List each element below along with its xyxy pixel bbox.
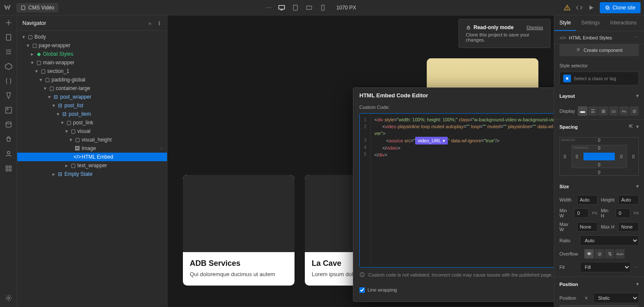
- display-inline-icon[interactable]: Aa: [619, 106, 629, 116]
- readonly-toast: Read-only mode Dismiss Clone this projec…: [459, 19, 550, 48]
- overflow-hidden-icon[interactable]: ⊘: [595, 249, 604, 259]
- info-icon: [359, 272, 365, 277]
- tree-empty-state[interactable]: ▸⊟Empty State: [17, 170, 167, 178]
- height-input[interactable]: [618, 195, 639, 205]
- field-chip[interactable]: video_URL▾: [415, 137, 448, 144]
- display-inline-block-icon[interactable]: ▭: [609, 106, 618, 116]
- layout-section[interactable]: Layout▾: [554, 89, 644, 103]
- toast-body: Clone this project to save your changes.: [466, 32, 543, 42]
- desktop-icon[interactable]: [278, 4, 285, 11]
- spacing-section[interactable]: Spacing⇱▾: [554, 120, 644, 134]
- svg-rect-21: [9, 166, 11, 168]
- viewport-size: 1070 PX: [337, 5, 356, 11]
- spacing-editor[interactable]: Margin Padding 0 0 0 0 0 0 0 0: [559, 137, 639, 176]
- svg-rect-25: [467, 27, 470, 30]
- page-selector[interactable]: CMS Vidéo: [16, 3, 58, 12]
- position-clear-icon[interactable]: ✕: [584, 295, 588, 301]
- ratio-row: Ratio Auto: [554, 234, 644, 247]
- spacing-edit-icon[interactable]: ⇱: [629, 124, 633, 129]
- position-select[interactable]: Static: [593, 293, 639, 303]
- tree-global-styles[interactable]: ▸◆Global Styles: [17, 50, 167, 58]
- tree-section-1[interactable]: ▾▢section_1: [17, 67, 167, 75]
- pin-icon[interactable]: [157, 21, 162, 26]
- nav-tree-icon[interactable]: [5, 48, 12, 56]
- code-icon[interactable]: [576, 4, 583, 11]
- display-grid-icon[interactable]: ⊞: [598, 106, 608, 116]
- overflow-visible-icon[interactable]: 👁: [584, 249, 594, 259]
- overflow-auto-icon[interactable]: Auto: [615, 249, 625, 259]
- display-block-icon[interactable]: ▬: [578, 106, 587, 116]
- warning-icon[interactable]: [564, 4, 571, 11]
- tree-padding-global[interactable]: ▾▢padding-global: [17, 75, 167, 84]
- tree-container-large[interactable]: ▾▢container-large: [17, 84, 167, 93]
- svg-rect-23: [9, 169, 11, 172]
- variables-icon[interactable]: [5, 77, 12, 85]
- size-min: Min WPX Min HPX: [554, 206, 644, 220]
- webflow-logo-icon[interactable]: [3, 4, 11, 12]
- mobile-icon[interactable]: [319, 4, 326, 11]
- assets-icon[interactable]: [5, 106, 12, 114]
- line-wrapping-checkbox[interactable]: Line wrapping: [359, 287, 397, 293]
- ecommerce-icon[interactable]: [5, 135, 12, 143]
- tablet-landscape-icon[interactable]: [306, 4, 313, 11]
- class-selector[interactable]: Select a class or tag: [559, 72, 639, 85]
- tree-text-wrapper[interactable]: ▸▢text_wrapper: [17, 161, 167, 170]
- tree-main-wrapper[interactable]: ▾▢main-wrapper: [17, 58, 167, 67]
- add-icon[interactable]: [5, 19, 12, 27]
- tab-settings[interactable]: Settings: [576, 15, 605, 31]
- tab-style[interactable]: Style: [554, 15, 576, 31]
- min-w-input[interactable]: [574, 208, 589, 218]
- users-icon[interactable]: [5, 150, 12, 158]
- display-flex-icon[interactable]: ☰: [588, 106, 598, 116]
- apps-icon[interactable]: [5, 165, 12, 172]
- size-width-height: Width Height: [554, 193, 644, 206]
- svg-rect-4: [307, 6, 312, 9]
- tree-visual-height[interactable]: ▾▢visual_height: [17, 135, 167, 144]
- pages-icon[interactable]: [5, 33, 12, 41]
- cms-icon[interactable]: [5, 121, 12, 129]
- more-options-icon[interactable]: ⋯: [634, 35, 639, 40]
- tree-visual[interactable]: ▾▢visual: [17, 127, 167, 135]
- svg-point-19: [7, 151, 10, 154]
- topbar-right: Clone site: [564, 2, 641, 13]
- toast-dismiss[interactable]: Dismiss: [527, 25, 544, 30]
- settings-gear-icon[interactable]: [5, 294, 12, 302]
- max-h-input[interactable]: [618, 222, 639, 232]
- ratio-select[interactable]: Auto: [580, 235, 639, 246]
- position-row: Position ✕ Static: [554, 291, 644, 305]
- display-none-icon[interactable]: ⊘: [629, 106, 639, 116]
- tree-post-item[interactable]: ▾⊟post_item: [17, 110, 167, 118]
- tree-image[interactable]: 🖼Image: [17, 144, 167, 153]
- float-clear-button[interactable]: ▸Float and clear: [559, 305, 639, 307]
- card[interactable]: ADB ServicesQui doloremque ducimus ut au…: [183, 175, 295, 285]
- create-component-button[interactable]: Create component: [559, 44, 639, 56]
- code-editor[interactable]: 12345 <div style="width: 100%; height: 1…: [359, 113, 554, 268]
- clone-site-button[interactable]: Clone site: [600, 2, 641, 13]
- fit-select[interactable]: Fill: [580, 262, 631, 272]
- fit-more-icon[interactable]: ⋯: [634, 265, 639, 270]
- tree-post-wrapper[interactable]: ▾⊟post_wrapper: [17, 93, 167, 101]
- tree-html-embed[interactable]: </>HTML Embed: [17, 153, 167, 161]
- custom-code-label: Custom Code:: [359, 105, 389, 110]
- topbar-left: CMS Vidéo: [3, 3, 58, 12]
- tree-post-list[interactable]: ▾⊟post_list: [17, 101, 167, 110]
- max-w-input[interactable]: [577, 222, 598, 232]
- collapse-icon[interactable]: [147, 21, 152, 26]
- width-input[interactable]: [577, 195, 598, 205]
- size-section[interactable]: Size▾: [554, 179, 644, 193]
- min-h-input[interactable]: [616, 208, 630, 218]
- tablet-icon[interactable]: [292, 4, 299, 11]
- overflow-scroll-icon[interactable]: ⇅: [605, 249, 614, 259]
- styles-icon[interactable]: [5, 92, 12, 99]
- navigator-panel: Navigator ▾▢Body ▾▢page-wrapper ▸◆Global…: [17, 15, 167, 307]
- tree-page-wrapper[interactable]: ▾▢page-wrapper: [17, 41, 167, 50]
- code-content[interactable]: <div style="width: 100%; height: 100%;" …: [371, 114, 554, 267]
- page-name: CMS Vidéo: [28, 5, 54, 11]
- components-icon[interactable]: [5, 63, 12, 70]
- position-section[interactable]: Position▾: [554, 277, 644, 291]
- tree-body[interactable]: ▾▢Body: [17, 33, 167, 41]
- tree-post-link[interactable]: ▾▢post_link: [17, 118, 167, 127]
- tab-interactions[interactable]: Interactions: [605, 15, 642, 31]
- more-icon[interactable]: ⋯: [266, 5, 271, 11]
- preview-icon[interactable]: [588, 4, 595, 11]
